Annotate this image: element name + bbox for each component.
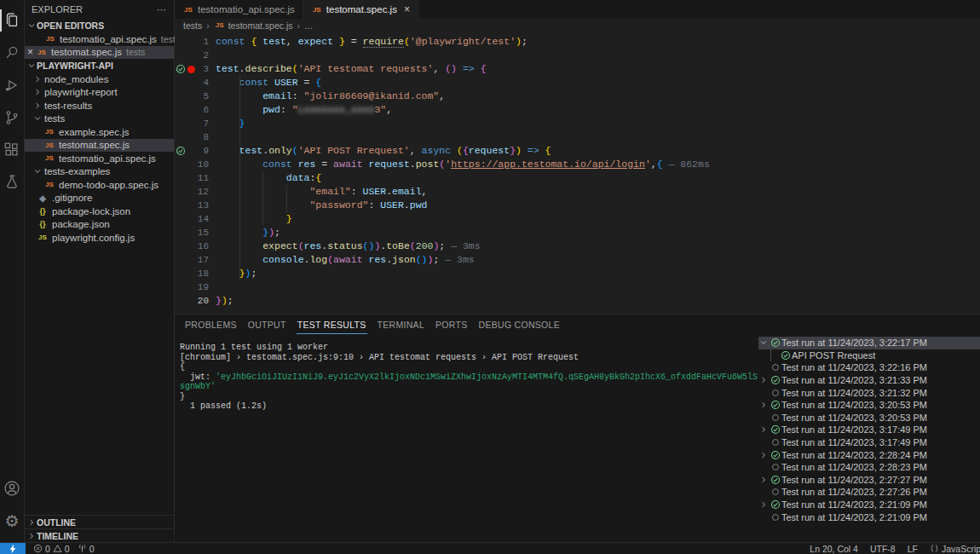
test-passed-icon — [770, 475, 781, 485]
status-bar: 0 0 0 Ln 20, Col 4 UTF-8 LF JavaScript — [0, 542, 980, 554]
activitybar-run-debug[interactable] — [0, 69, 24, 101]
close-icon[interactable]: × — [25, 46, 36, 58]
test-unknown-icon — [770, 487, 781, 497]
code-line[interactable]: 16 expect(res.status()).toBe(200); — 3ms — [175, 239, 980, 253]
folder-item[interactable]: node_modules — [25, 72, 174, 86]
code-line[interactable]: 6 pwd: "Lxxxxxxx_xxxx3", — [175, 103, 980, 117]
file-item[interactable]: {}package-lock.json — [25, 205, 174, 218]
test-run-item[interactable]: Test run at 11/24/2023, 3:22:16 PM — [758, 361, 980, 374]
bottom-panel: PROBLEMSOUTPUTTEST RESULTSTERMINALPORTSD… — [175, 314, 980, 542]
panel-tab-problems[interactable]: PROBLEMS — [184, 316, 238, 333]
chevron-right-icon — [759, 401, 768, 409]
test-run-item[interactable]: Test run at 11/24/2023, 3:17:49 PM — [758, 424, 980, 436]
code-line[interactable]: 5 email: "jolir86609@ikanid.com", — [175, 89, 980, 103]
panel-tab-terminal[interactable]: TERMINAL — [377, 316, 426, 333]
test-run-label: API POST Rrequest — [792, 350, 875, 361]
test-run-item[interactable]: Test run at 11/24/2023, 3:21:32 PM — [758, 386, 980, 399]
test-run-item[interactable]: Test run at 11/24/2023, 2:21:09 PM — [758, 499, 980, 511]
folder-item[interactable]: tests — [25, 113, 174, 126]
open-editors-header[interactable]: OPEN EDITORS — [25, 19, 174, 32]
ports-status[interactable]: 0 — [78, 544, 95, 554]
editor-tab[interactable]: JStestomat.spec.js× — [303, 0, 418, 19]
code-line[interactable]: 13 "password": USER.pwd — [175, 199, 980, 212]
output-line: jwt: 'eyJhbGciOiJIUzI1NiJ9.eyJ1c2VyX2lkI… — [180, 372, 758, 383]
code-line[interactable]: 19 — [175, 280, 980, 294]
folder-item[interactable]: playwright-report — [25, 86, 174, 100]
test-run-item[interactable]: Test run at 11/24/2023, 2:28:23 PM — [758, 461, 980, 474]
activitybar-search[interactable] — [0, 37, 24, 69]
breadcrumb-file[interactable]: testomat.spec.js — [228, 20, 293, 31]
breadcrumb[interactable]: tests › JS testomat.spec.js › … — [175, 19, 980, 32]
code-line[interactable]: 7 } — [175, 117, 980, 130]
code-line[interactable]: 12 "email": USER.email, — [175, 185, 980, 199]
language-mode[interactable]: JavaScript — [930, 544, 980, 554]
breadcrumb-symbol[interactable]: … — [304, 20, 314, 31]
remote-indicator[interactable] — [0, 543, 26, 554]
test-results-output[interactable]: Running 1 test using 1 worker[chromium] … — [175, 335, 758, 542]
file-item[interactable]: ◈.gitignore — [25, 192, 174, 205]
code-line[interactable]: 20}); — [175, 294, 980, 308]
breadcrumb-folder[interactable]: tests — [183, 20, 202, 31]
activitybar-source-control[interactable] — [0, 101, 24, 134]
code-line[interactable]: 8 — [175, 130, 980, 144]
test-run-item[interactable]: Test run at 11/24/2023, 2:21:09 PM — [758, 511, 980, 523]
test-run-item[interactable]: Test run at 11/24/2023, 2:28:24 PM — [758, 448, 980, 461]
code-line[interactable]: 17 console.log(await res.json()); — 3ms — [175, 253, 980, 267]
activitybar-testing[interactable] — [0, 166, 24, 199]
file-item[interactable]: {}package.json — [25, 218, 174, 232]
test-run-item[interactable]: Test run at 11/24/2023, 3:20:53 PM — [758, 412, 980, 424]
sidebar-more-actions[interactable]: ⋯ — [157, 4, 167, 15]
outline-section[interactable]: OUTLINE — [25, 515, 174, 528]
line-number: 6 — [175, 103, 209, 117]
code-line[interactable]: 11 data:{ — [175, 171, 980, 185]
chevron-right-icon — [759, 425, 768, 434]
eol-indicator[interactable]: LF — [908, 544, 918, 554]
cursor-position[interactable]: Ln 20, Col 4 — [810, 544, 858, 554]
folder-item[interactable]: test-results — [25, 99, 174, 113]
file-item[interactable]: JSplaywright.config.js — [25, 231, 174, 245]
open-editor-item[interactable]: ×JStestomat.spec.jstests — [25, 46, 174, 60]
code-line[interactable]: 9 test.only('API POST Rrequest', async (… — [175, 144, 980, 158]
folder-item[interactable]: tests-examples — [25, 165, 174, 179]
activitybar-settings[interactable]: ⚙ — [0, 505, 24, 537]
activitybar-account[interactable] — [0, 472, 24, 505]
editor-tab[interactable]: JStestomatio_api.spec.js — [175, 0, 303, 19]
item-name: example.spec.js — [59, 127, 129, 137]
activitybar-extensions[interactable] — [0, 134, 24, 166]
test-run-item[interactable]: Test run at 11/24/2023, 3:21:33 PM — [758, 374, 980, 387]
panel-tab-output[interactable]: OUTPUT — [247, 316, 287, 333]
code-line[interactable]: 10 const res = await request.post('https… — [175, 158, 980, 171]
code-line[interactable]: 3test.describe('API testomat requests', … — [175, 62, 980, 76]
test-run-item[interactable]: Test run at 11/24/2023, 2:27:26 PM — [758, 486, 980, 499]
code-line[interactable]: 14 } — [175, 212, 980, 226]
file-item[interactable]: JSexample.spec.js — [25, 125, 174, 139]
code-line[interactable]: 1const { test, expect } = require('@play… — [175, 35, 980, 49]
test-run-item[interactable]: Test run at 11/24/2023, 2:27:27 PM — [758, 474, 980, 487]
panel-tab-debug-console[interactable]: DEBUG CONSOLE — [478, 316, 562, 333]
test-case-item[interactable]: API POST Rrequest — [758, 349, 980, 362]
code-line[interactable]: 15 }); — [175, 226, 980, 239]
test-run-item[interactable]: Test run at 11/24/2023, 3:22:17 PM — [758, 337, 980, 349]
code-line[interactable]: 18 }); — [175, 267, 980, 280]
test-run-item[interactable]: Test run at 11/24/2023, 3:17:49 PM — [758, 436, 980, 449]
panel-tab-test-results[interactable]: TEST RESULTS — [297, 316, 367, 334]
braces-icon — [930, 544, 939, 553]
file-item[interactable]: JStestomat.spec.js — [25, 139, 174, 153]
code-line[interactable]: 2 — [175, 49, 980, 62]
test-run-item[interactable]: Test run at 11/24/2023, 3:20:53 PM — [758, 399, 980, 412]
open-editor-item[interactable]: JStestomatio_api.spec.jstests — [25, 32, 174, 46]
panel-tab-ports[interactable]: PORTS — [435, 316, 468, 333]
encoding[interactable]: UTF-8 — [870, 544, 896, 554]
file-item[interactable]: JSdemo-todo-app.spec.js — [25, 178, 174, 192]
file-item[interactable]: JStestomatio_api.spec.js — [25, 152, 174, 165]
project-header[interactable]: PLAYWRIGHT-API — [25, 59, 174, 72]
test-passed-icon — [770, 424, 781, 435]
item-name: testomat.spec.js — [59, 140, 130, 150]
timeline-section[interactable]: TIMELINE — [25, 528, 174, 542]
close-icon[interactable]: × — [404, 3, 410, 15]
problems-status[interactable]: 0 0 — [33, 544, 70, 554]
activitybar-explorer[interactable] — [0, 4, 24, 37]
breakpoint-icon[interactable] — [187, 64, 195, 73]
code-line[interactable]: 4 const USER = { — [175, 76, 980, 89]
code-editor[interactable]: 1const { test, expect } = require('@play… — [175, 32, 980, 314]
